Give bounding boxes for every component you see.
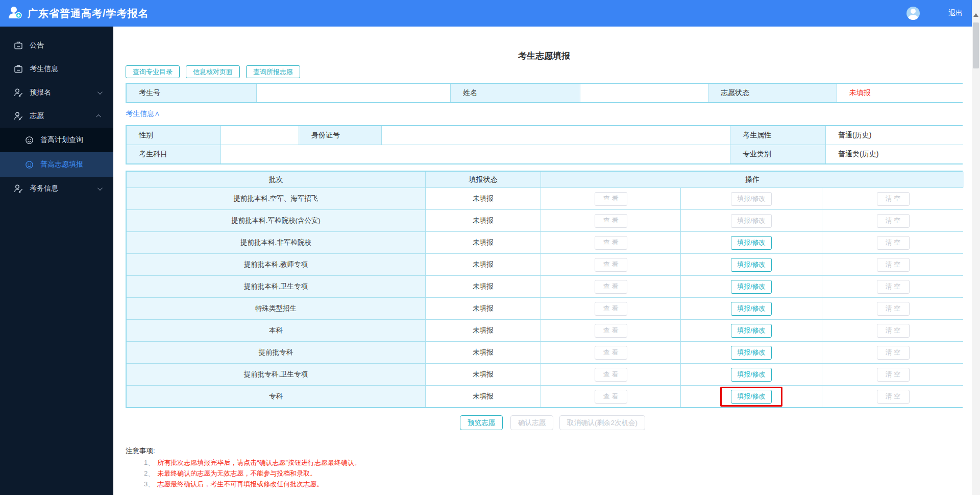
op-fill-cell: 填报/修改 xyxy=(680,254,822,275)
notes-section: 注意事项: 1、所有批次志愿填报完毕后，请点击“确认志愿”按钮进行志愿最终确认。… xyxy=(126,446,738,488)
op-fill-cell: 填报/修改 xyxy=(680,276,822,297)
clear-button[interactable]: 清 空 xyxy=(877,192,910,206)
fill-modify-button[interactable]: 填报/修改 xyxy=(731,324,772,338)
batch-row-highlighted: 专科 未填报 查 看 填报/修改 清 空 xyxy=(127,385,962,407)
chevron-down-icon xyxy=(97,185,103,191)
op-fill-cell: 填报/修改 xyxy=(680,320,822,341)
batch-name: 本科 xyxy=(127,320,425,341)
batch-row: 提前批本科.教师专项 未填报 查 看 填报/修改 清 空 xyxy=(127,253,962,275)
gender-value xyxy=(220,126,299,145)
app-root: 广东省普通高考/学考报名 退出 公告 考生信息 xyxy=(0,0,980,495)
id-number-label: 身份证号 xyxy=(299,126,381,145)
app-header: 广东省普通高考/学考报名 退出 xyxy=(0,0,980,27)
summary-table: 考生号 姓名 志愿状态 未填报 xyxy=(126,83,963,103)
sidebar-item-preferences[interactable]: 志愿 xyxy=(0,104,113,128)
avatar[interactable] xyxy=(906,7,920,20)
op-view-cell: 查 看 xyxy=(541,364,680,385)
info-check-page-button[interactable]: 信息核对页面 xyxy=(186,65,240,78)
clear-button[interactable]: 清 空 xyxy=(877,236,910,250)
view-button[interactable]: 查 看 xyxy=(595,390,627,404)
view-button[interactable]: 查 看 xyxy=(595,324,627,338)
view-button[interactable]: 查 看 xyxy=(595,258,627,272)
scrollbar-up-arrow-icon[interactable] xyxy=(973,13,978,17)
sidebar-item-candidate-info[interactable]: 考生信息 xyxy=(0,57,113,81)
sidebar-item-exam-info[interactable]: 考务信息 xyxy=(0,177,113,200)
fill-wrap: 填报/修改 xyxy=(731,346,772,360)
batch-row: 本科 未填报 查 看 填报/修改 清 空 xyxy=(127,319,962,341)
note-item: 3、志愿最终确认后，考生不可再填报或修改任何批次志愿。 xyxy=(144,480,738,488)
fill-modify-button[interactable]: 填报/修改 xyxy=(731,368,772,382)
fill-modify-button[interactable]: 填报/修改 xyxy=(731,346,772,360)
clear-button[interactable]: 清 空 xyxy=(877,324,910,338)
user-edit-icon xyxy=(13,111,23,121)
sidebar-item-pre-registration[interactable]: 预报名 xyxy=(0,81,113,104)
fill-wrap: 填报/修改 xyxy=(731,236,772,250)
op-view-cell: 查 看 xyxy=(541,386,680,407)
bottom-actions: 预览志愿 确认志愿 取消确认(剩余2次机会) xyxy=(126,415,963,430)
fill-modify-button[interactable]: 填报/修改 xyxy=(731,214,772,228)
fill-wrap: 填报/修改 xyxy=(731,192,772,206)
preferences-submenu: 普高计划查询 普高志愿填报 xyxy=(0,128,113,177)
clear-button[interactable]: 清 空 xyxy=(877,368,910,382)
fill-modify-button[interactable]: 填报/修改 xyxy=(731,302,772,316)
batch-status: 未填报 xyxy=(425,298,541,319)
user-edit-icon xyxy=(13,183,23,194)
candidate-attribute-value: 普通(历史) xyxy=(825,126,964,145)
sidebar-subitem-plan-query[interactable]: 普高计划查询 xyxy=(0,128,113,152)
fill-modify-button[interactable]: 填报/修改 xyxy=(731,236,772,250)
subjects-value xyxy=(220,145,730,163)
batch-status: 未填报 xyxy=(425,342,541,363)
sidebar-item-label: 公告 xyxy=(30,41,44,50)
sidebar-item-announcements[interactable]: 公告 xyxy=(0,34,113,57)
batch-name: 提前批本科.空军、海军招飞 xyxy=(127,188,425,209)
fill-modify-button[interactable]: 填报/修改 xyxy=(731,258,772,272)
view-button[interactable]: 查 看 xyxy=(595,302,627,316)
clear-button[interactable]: 清 空 xyxy=(877,302,910,316)
view-button[interactable]: 查 看 xyxy=(595,280,627,294)
view-button[interactable]: 查 看 xyxy=(595,192,627,206)
batch-name: 专科 xyxy=(127,386,425,407)
fill-modify-button[interactable]: 填报/修改 xyxy=(731,280,772,294)
clear-button[interactable]: 清 空 xyxy=(877,390,910,404)
clear-button[interactable]: 清 空 xyxy=(877,258,910,272)
fill-modify-button[interactable]: 填报/修改 xyxy=(731,192,772,206)
fill-wrap: 填报/修改 xyxy=(731,302,772,316)
logout-button[interactable]: 退出 xyxy=(948,9,963,18)
op-clear-cell: 清 空 xyxy=(822,254,964,275)
op-clear-cell: 清 空 xyxy=(822,210,964,231)
fill-modify-button[interactable]: 填报/修改 xyxy=(731,390,772,404)
vertical-scrollbar[interactable] xyxy=(972,0,980,495)
notice-icon xyxy=(13,64,23,74)
clear-button[interactable]: 清 空 xyxy=(877,214,910,228)
header-right: 退出 xyxy=(906,7,980,20)
query-submitted-preferences-button[interactable]: 查询所报志愿 xyxy=(246,65,300,78)
op-fill-cell: 填报/修改 xyxy=(680,386,822,407)
clear-button[interactable]: 清 空 xyxy=(877,346,910,360)
scrollbar-thumb[interactable] xyxy=(973,22,979,68)
query-major-catalog-button[interactable]: 查询专业目录 xyxy=(126,65,180,78)
candidate-info-collapse-link[interactable]: 考生信息∧ xyxy=(126,109,160,119)
view-button[interactable]: 查 看 xyxy=(595,214,627,228)
id-number-value xyxy=(381,126,730,145)
cancel-confirmation-button[interactable]: 取消确认(剩余2次机会) xyxy=(559,415,645,430)
view-button[interactable]: 查 看 xyxy=(595,346,627,360)
preference-status-label: 志愿状态 xyxy=(708,84,837,102)
fill-wrap: 填报/修改 xyxy=(731,368,772,382)
confirm-preferences-button[interactable]: 确认志愿 xyxy=(510,415,553,430)
op-view-cell: 查 看 xyxy=(541,232,680,253)
batch-status: 未填报 xyxy=(425,210,541,231)
summary-row: 考生号 姓名 志愿状态 未填报 xyxy=(127,84,962,102)
view-button[interactable]: 查 看 xyxy=(595,236,627,250)
fill-wrap: 填报/修改 xyxy=(731,258,772,272)
view-button[interactable]: 查 看 xyxy=(595,368,627,382)
info-row: 考生科目 专业类别 普通类(历史) xyxy=(127,145,962,163)
preview-preferences-button[interactable]: 预览志愿 xyxy=(460,415,503,430)
subjects-label: 考生科目 xyxy=(127,145,220,163)
note-item: 1、所有批次志愿填报完毕后，请点击“确认志愿”按钮进行志愿最终确认。 xyxy=(144,459,738,466)
batch-status: 未填报 xyxy=(425,232,541,253)
clear-button[interactable]: 清 空 xyxy=(877,280,910,294)
batch-status: 未填报 xyxy=(425,254,541,275)
batch-row: 提前批专科 未填报 查 看 填报/修改 清 空 xyxy=(127,341,962,363)
sidebar-subitem-preference-filling[interactable]: 普高志愿填报 xyxy=(0,152,113,177)
op-clear-cell: 清 空 xyxy=(822,276,964,297)
